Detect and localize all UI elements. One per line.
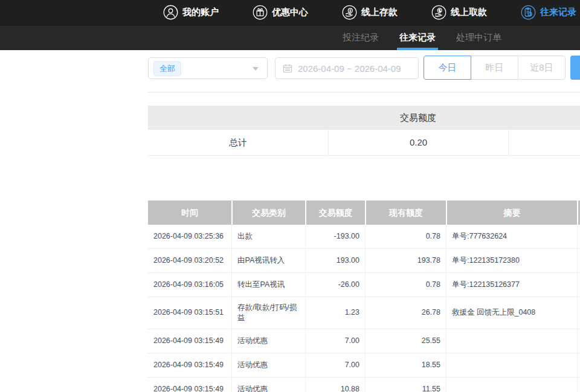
- date-range-value: 2026-04-09 ~ 2026-04-09: [298, 63, 401, 74]
- chevron-down-icon: [253, 67, 259, 71]
- range-button-1[interactable]: 今日: [424, 56, 471, 80]
- cell-summary: 单号:122135172380: [446, 249, 577, 272]
- cell-balance: 0.78: [365, 225, 446, 248]
- column-header-1: 时间: [148, 201, 231, 225]
- filter-divider: [148, 92, 580, 92]
- cell-amount: 10.88: [305, 378, 365, 392]
- user-icon: [163, 5, 178, 20]
- table-row: 2026-04-09 03:25:36出款-193.000.78单号:77763…: [148, 225, 580, 249]
- summary-table: 交易额度 总计 0.20: [148, 106, 580, 156]
- column-header-2: 交易类别: [231, 201, 305, 225]
- cell-balance: 25.55: [365, 329, 446, 353]
- summary-table-row: 总计 0.20: [148, 130, 580, 156]
- cell-summary: 救援金 回馈无上限_0408: [446, 297, 577, 329]
- quick-range-button-group: 今日昨日近8日: [424, 56, 566, 80]
- cell-balance: 26.78: [365, 297, 446, 329]
- transactions-table-header: 时间交易类别交易额度现有额度摘要: [148, 201, 580, 225]
- nav-item-label: 我的账户: [182, 7, 219, 18]
- cell-extra: [577, 225, 580, 248]
- date-range-input[interactable]: 2026-04-09 ~ 2026-04-09: [275, 57, 419, 79]
- table-row: 2026-04-09 03:15:49活动优惠7.0018.55: [148, 353, 580, 378]
- cell-time: 2026-04-09 03:15:49: [148, 353, 231, 377]
- cell-type: 活动优惠: [231, 353, 305, 377]
- tab-label: 投注纪录: [343, 32, 379, 43]
- tab-3[interactable]: 处理中订单: [455, 25, 503, 50]
- cell-summary: [446, 329, 577, 353]
- cell-amount: -193.00: [305, 225, 365, 248]
- cell-time: 2026-04-09 03:25:36: [148, 225, 231, 248]
- cell-time: 2026-04-09 03:15:49: [148, 329, 231, 353]
- search-button[interactable]: [570, 56, 580, 80]
- tab-1[interactable]: 投注纪录: [341, 25, 380, 50]
- gift-icon: [253, 5, 268, 20]
- nav-item-1[interactable]: 我的账户: [163, 5, 219, 20]
- cell-type: 活动优惠: [231, 329, 305, 353]
- nav-item-3[interactable]: 线上存款: [342, 5, 398, 20]
- summary-table-header: 交易额度: [148, 106, 580, 130]
- tab-label: 往来记录: [399, 32, 436, 43]
- calendar-icon: [283, 63, 292, 73]
- column-header-3: 交易额度: [305, 201, 365, 225]
- cell-balance: 18.55: [365, 353, 446, 377]
- cell-balance: 0.78: [365, 273, 446, 297]
- cell-summary: 单号:122135126377: [446, 273, 577, 297]
- cell-type: 由PA视讯转入: [231, 249, 305, 272]
- cell-summary: [446, 378, 577, 392]
- cell-time: 2026-04-09 03:20:52: [148, 249, 231, 272]
- cell-balance: 11.55: [365, 378, 446, 392]
- table-row: 2026-04-09 03:15:49活动优惠10.8811.55: [148, 378, 580, 392]
- cell-balance: 193.78: [365, 249, 446, 272]
- cell-summary: [446, 353, 577, 377]
- range-button-2[interactable]: 昨日: [471, 56, 518, 80]
- nav-item-label: 往来记录: [540, 7, 576, 18]
- nav-item-label: 优惠中心: [272, 7, 308, 18]
- cell-extra: [577, 249, 580, 272]
- cell-extra: [577, 273, 580, 297]
- top-nav-bar: 我的账户优惠中心线上存款线上取款往来记录: [0, 0, 580, 25]
- table-row: 2026-04-09 03:15:51存款/取款/打码/损益1.2326.78救…: [148, 297, 580, 329]
- cell-type: 活动优惠: [231, 378, 305, 392]
- cell-time: 2026-04-09 03:15:49: [148, 378, 231, 392]
- cell-extra: [577, 353, 580, 377]
- range-button-3[interactable]: 近8日: [518, 56, 566, 80]
- cell-amount: 1.23: [305, 297, 365, 329]
- transactions-table-body: 2026-04-09 03:25:36出款-193.000.78单号:77763…: [148, 225, 580, 392]
- nav-item-label: 线上取款: [451, 7, 487, 18]
- deposit-icon: [342, 5, 357, 20]
- summary-total-value: 0.20: [328, 130, 508, 155]
- cell-extra: [577, 329, 580, 353]
- summary-total-label: 总计: [148, 130, 328, 155]
- table-row: 2026-04-09 03:15:49活动优惠7.0025.55: [148, 329, 580, 353]
- cell-type: 出款: [231, 225, 305, 248]
- type-filter-select[interactable]: 全部: [148, 57, 268, 79]
- transactions-table: 时间交易类别交易额度现有额度摘要 2026-04-09 03:25:36出款-1…: [148, 201, 580, 392]
- tab-label: 处理中订单: [456, 32, 501, 43]
- nav-item-5[interactable]: 往来记录: [521, 5, 576, 20]
- summary-header-label: 交易额度: [328, 106, 508, 130]
- table-row: 2026-04-09 03:20:52由PA视讯转入193.00193.78单号…: [148, 249, 580, 273]
- tab-2[interactable]: 往来记录: [398, 25, 437, 50]
- cell-amount: 7.00: [305, 329, 365, 353]
- cell-type: 存款/取款/打码/损益: [231, 297, 305, 329]
- cell-time: 2026-04-09 03:15:51: [148, 297, 231, 329]
- nav-item-label: 线上存款: [361, 7, 398, 18]
- cell-extra: [577, 297, 580, 329]
- column-header-5: 摘要: [446, 201, 577, 225]
- summary-empty-cell: [508, 130, 580, 155]
- cell-time: 2026-04-09 03:16:05: [148, 273, 231, 297]
- tab-bar: 投注纪录往来记录处理中订单: [0, 25, 580, 50]
- nav-item-2[interactable]: 优惠中心: [253, 5, 308, 20]
- withdraw-icon: [431, 5, 446, 20]
- cell-amount: 7.00: [305, 353, 365, 377]
- cell-type: 转出至PA视讯: [231, 273, 305, 297]
- main-content: 全部 2026-04-09 ~ 2026-04-09 今日昨日近8日 交易额度 …: [148, 50, 580, 391]
- table-row: 2026-04-09 03:16:05转出至PA视讯-26.000.78单号:1…: [148, 273, 580, 297]
- records-icon: [521, 5, 536, 20]
- selected-type-tag[interactable]: 全部: [153, 61, 181, 76]
- cell-amount: 193.00: [305, 249, 365, 272]
- cell-extra: [577, 378, 580, 392]
- column-header-extra: [577, 201, 580, 225]
- cell-amount: -26.00: [305, 273, 365, 297]
- cell-summary: 单号:777632624: [446, 225, 577, 248]
- nav-item-4[interactable]: 线上取款: [431, 5, 487, 20]
